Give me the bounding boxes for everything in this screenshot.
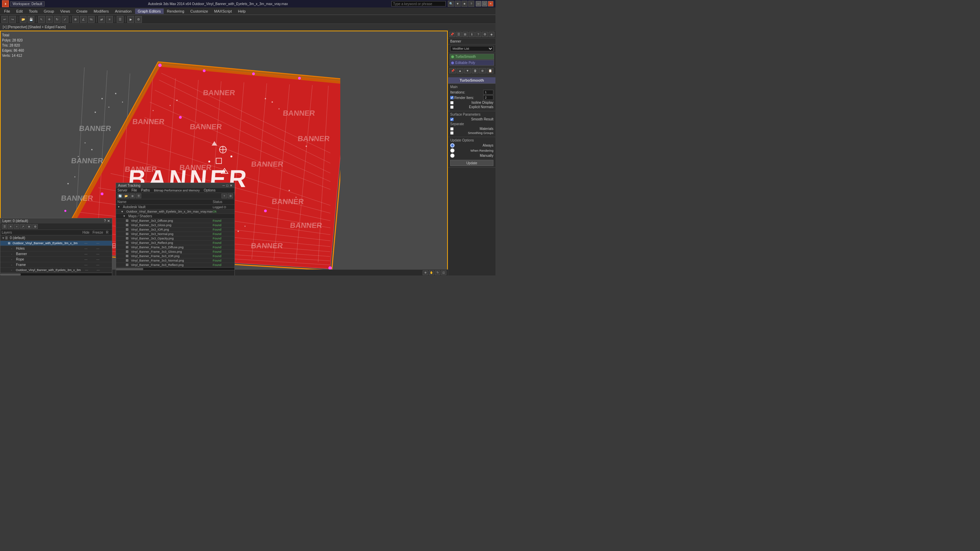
toolbar-open[interactable]: 📂 bbox=[20, 16, 27, 23]
asset-close-btn[interactable]: ✕ bbox=[230, 184, 232, 187]
asset-row-frame-reflect[interactable]: 🖼 Vinyl_Banner_Frame_3x3_Reflect.png Fou… bbox=[116, 263, 234, 267]
search-extra-icon[interactable]: ★ bbox=[461, 1, 468, 7]
toolbar-rotate[interactable]: ↻ bbox=[54, 16, 60, 23]
layers-properties-btn[interactable]: ⚙ bbox=[32, 224, 38, 229]
when-rendering-radio[interactable] bbox=[450, 148, 455, 153]
smoothing-groups-checkbox[interactable] bbox=[450, 131, 453, 135]
panel-help-icon[interactable]: ? bbox=[476, 32, 481, 37]
at-find-btn[interactable]: 📂 bbox=[124, 194, 129, 198]
menu-group[interactable]: Group bbox=[41, 8, 57, 14]
menu-create[interactable]: Create bbox=[73, 8, 90, 14]
at-help-btn[interactable]: ? bbox=[221, 194, 227, 198]
asset-row-normal[interactable]: 🖼 Vinyl_Banner_3x3_Normal.png Found bbox=[116, 232, 234, 237]
asset-scrollthumb[interactable] bbox=[116, 268, 143, 270]
panel-pin-icon[interactable]: 📌 bbox=[449, 32, 455, 37]
at-list-btn[interactable]: ☰ bbox=[136, 194, 141, 198]
manually-radio[interactable] bbox=[450, 153, 455, 158]
toolbar-select[interactable]: ↖ bbox=[38, 16, 45, 23]
asset-row-ior[interactable]: 🖼 Vinyl_Banner_3x3_IOR.png Found bbox=[116, 227, 234, 232]
vp-fov-btn[interactable]: ◫ bbox=[441, 270, 447, 275]
maximize-btn[interactable]: □ bbox=[482, 1, 487, 6]
explicit-normals-checkbox[interactable] bbox=[450, 105, 453, 109]
at-menu-file[interactable]: File bbox=[131, 189, 137, 192]
minimize-btn[interactable]: ─ bbox=[476, 1, 481, 6]
panel-extra-icon[interactable]: ◈ bbox=[488, 32, 495, 37]
at-menu-paths[interactable]: Paths bbox=[141, 189, 150, 192]
layers-scrollthumb[interactable] bbox=[0, 273, 21, 275]
at-grid-btn[interactable]: ⊞ bbox=[130, 194, 135, 198]
asset-row-reflect[interactable]: 🖼 Vinyl_Banner_3x3_Reflect.png Found bbox=[116, 241, 234, 245]
toolbar-move[interactable]: ✛ bbox=[46, 16, 53, 23]
smooth-result-checkbox[interactable] bbox=[450, 118, 453, 121]
app-logo[interactable]: 3 bbox=[2, 0, 9, 7]
toolbar-render[interactable]: ▶ bbox=[127, 16, 134, 23]
vp-pan-btn[interactable]: ✋ bbox=[429, 270, 434, 275]
panel-list-icon[interactable]: ☰ bbox=[456, 32, 461, 37]
isoline-checkbox[interactable] bbox=[450, 101, 453, 105]
update-btn[interactable]: Update bbox=[450, 160, 493, 166]
menu-edit[interactable]: Edit bbox=[14, 8, 25, 14]
layer-row-holes[interactable]: · Holes — — bbox=[0, 246, 112, 251]
render-iters-input[interactable] bbox=[483, 95, 493, 100]
layer-row-outdoor[interactable]: ⊞ Outdoor_Vinyl_Banner_with_Eyelets_3m_x… bbox=[0, 241, 112, 246]
toolbar-render-setup[interactable]: ⚙ bbox=[135, 16, 142, 23]
workspace-btn[interactable]: Workspace: Default bbox=[10, 2, 45, 6]
toolbar-redo[interactable]: ↪ bbox=[9, 16, 16, 23]
materials-checkbox[interactable] bbox=[450, 127, 453, 130]
at-menu-server[interactable]: Server bbox=[118, 189, 127, 192]
menu-customize[interactable]: Customize bbox=[188, 8, 211, 14]
menu-modifiers[interactable]: Modifiers bbox=[91, 8, 111, 14]
menu-rendering[interactable]: Rendering bbox=[164, 8, 187, 14]
asset-row-frame-ior[interactable]: 🖼 Vinyl_Banner_Frame_3x3_IOR.png Found bbox=[116, 254, 234, 259]
layers-move-btn[interactable]: ⊕ bbox=[26, 224, 32, 229]
layer-row-frame[interactable]: · Frame — — bbox=[0, 262, 112, 268]
asset-max-btn[interactable]: □ bbox=[226, 184, 228, 187]
search-help-icon[interactable]: ? bbox=[468, 1, 474, 7]
stack-up-icon[interactable]: ▲ bbox=[457, 68, 463, 73]
menu-graph-editors[interactable]: Graph Editors bbox=[135, 8, 164, 14]
toolbar-undo[interactable]: ↩ bbox=[2, 16, 8, 23]
layers-select-btn[interactable]: ↗ bbox=[20, 224, 25, 229]
modifier-editpoly[interactable]: Editable Poly bbox=[450, 60, 494, 66]
menu-tools[interactable]: Tools bbox=[26, 8, 40, 14]
asset-row-frame-normal[interactable]: 🖼 Vinyl_Banner_Frame_3x3_Normal.png Foun… bbox=[116, 259, 234, 263]
menu-file[interactable]: File bbox=[2, 8, 13, 14]
asset-min-btn[interactable]: ─ bbox=[223, 184, 225, 187]
asset-row-vault[interactable]: ▼ Autodesk Vault Logged O bbox=[116, 205, 234, 210]
layers-add-btn[interactable]: + bbox=[14, 224, 19, 229]
modifier-list-dropdown[interactable]: Modifier List bbox=[450, 46, 493, 51]
stack-del-icon[interactable]: 🗑 bbox=[472, 68, 479, 73]
asset-row-maps[interactable]: ▼ Maps / Shaders bbox=[116, 214, 234, 219]
asset-scrollbar[interactable] bbox=[116, 267, 234, 270]
asset-row-diffuse[interactable]: 🖼 Vinyl_Banner_3x3_Diffuse.png Found bbox=[116, 219, 234, 223]
stack-down-icon[interactable]: ▼ bbox=[464, 68, 471, 73]
layers-scrollbar[interactable] bbox=[0, 273, 112, 275]
render-iters-checkbox[interactable] bbox=[450, 96, 453, 99]
menu-maxscript[interactable]: MAXScript bbox=[211, 8, 234, 14]
stack-paste-icon[interactable]: 📋 bbox=[487, 68, 493, 73]
stack-pin-icon[interactable]: 📌 bbox=[449, 68, 456, 73]
layer-row-rope[interactable]: · Rope — — bbox=[0, 257, 112, 262]
layer-row-default[interactable]: ▼ ☰ 0 (default) bbox=[0, 235, 112, 241]
toolbar-mirror[interactable]: ⇌ bbox=[98, 16, 105, 23]
asset-row-maxfile[interactable]: ▼ Outdoor_Vinyl_Banner_with_Eyelets_3m_x… bbox=[116, 210, 234, 214]
at-menu-options[interactable]: Options bbox=[204, 189, 215, 192]
asset-row-gloss[interactable]: 🖼 Vinyl_Banner_3x3_Gloss.png Found bbox=[116, 223, 234, 227]
vp-zoom-btn[interactable]: ⊕ bbox=[423, 270, 428, 275]
toolbar-scale[interactable]: ⤢ bbox=[62, 16, 68, 23]
search-options-icon[interactable]: ▼ bbox=[455, 1, 461, 7]
stack-copy-icon[interactable]: ⊕ bbox=[479, 68, 486, 73]
search-input[interactable] bbox=[391, 1, 446, 6]
toolbar-snap[interactable]: ⊕ bbox=[72, 16, 79, 23]
modifier-turbosm[interactable]: TurboSmooth bbox=[450, 54, 494, 60]
layers-help-btn[interactable]: ? bbox=[104, 219, 106, 223]
toolbar-align[interactable]: ≡ bbox=[106, 16, 113, 23]
layers-delete-btn[interactable]: ✕ bbox=[8, 224, 13, 229]
panel-settings-icon[interactable]: ⚙ bbox=[482, 32, 488, 37]
asset-row-frame-gloss[interactable]: 🖼 Vinyl_Banner_Frame_3x3_Gloss.png Found bbox=[116, 250, 234, 254]
menu-animation[interactable]: Animation bbox=[112, 8, 134, 14]
toolbar-angle-snap[interactable]: ∠ bbox=[80, 16, 87, 23]
at-settings-btn[interactable]: ⚙ bbox=[228, 194, 233, 198]
asset-row-opacity[interactable]: 🖼 Vinyl_Banner_3x3_Opacity.png Found bbox=[116, 237, 234, 241]
always-radio[interactable] bbox=[450, 143, 455, 148]
